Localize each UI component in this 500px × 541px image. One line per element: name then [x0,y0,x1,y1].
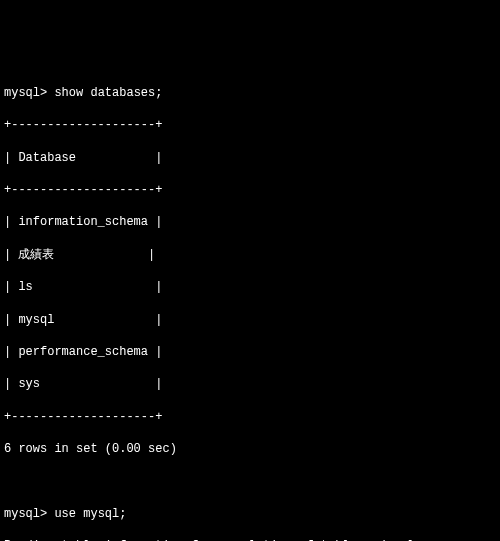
mysql-prompt: mysql> [4,86,54,100]
result-footer: 6 rows in set (0.00 sec) [4,441,500,457]
table-row: | sys | [4,376,500,392]
table-row: | mysql | [4,312,500,328]
cmd-line: mysql> use mysql; [4,506,500,522]
table-border: +--------------------+ [4,117,500,133]
table-row: | information_schema | [4,214,500,230]
table-header: | Database | [4,150,500,166]
cmd-line: mysql> show databases; [4,85,500,101]
blank-line [4,473,500,489]
cmd-text: show databases; [54,86,162,100]
table-row: | ls | [4,279,500,295]
table-border: +--------------------+ [4,182,500,198]
table-border: +--------------------+ [4,409,500,425]
cmd-text: use mysql; [54,507,126,521]
table-row: | 成績表 | [4,247,500,263]
table-row: | performance_schema | [4,344,500,360]
terminal-output: mysql> show databases; +----------------… [4,69,500,541]
mysql-prompt: mysql> [4,507,54,521]
